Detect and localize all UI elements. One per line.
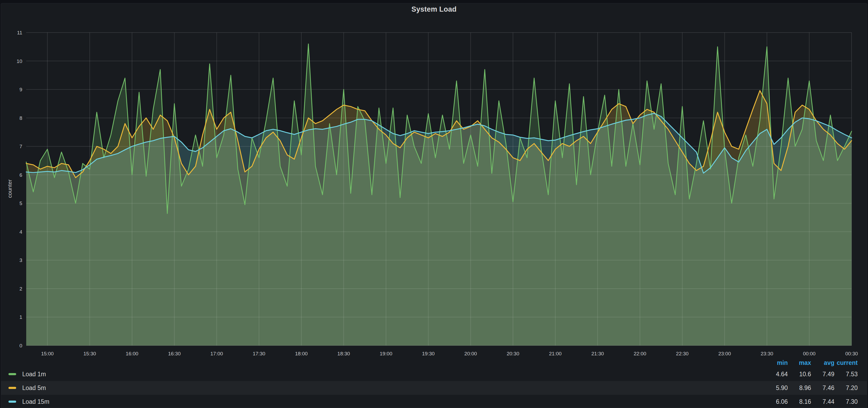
x-tick-label-00-30: 00:30: [845, 351, 858, 356]
stat-max-load-15m: 8.16: [788, 398, 811, 405]
x-tick-label-17-00: 17:00: [211, 351, 223, 356]
y-tick-label-8: 8: [19, 115, 22, 121]
stat-avg-load-5m: 7.46: [811, 384, 834, 392]
x-tick-label-21-30: 21:30: [591, 351, 604, 356]
x-tick-label-18-30: 18:30: [337, 351, 350, 356]
stat-current-load-15m: 7.30: [834, 398, 858, 405]
stat-avg-load-15m: 7.44: [811, 398, 834, 405]
chart-canvas[interactable]: 0123456789101115:0015:3016:0016:3017:001…: [1, 3, 868, 408]
page: System Load counter 0123456789101115:001…: [0, 0, 868, 408]
legend-row-left: Load 15m: [8, 398, 765, 405]
y-tick-label-6: 6: [19, 172, 22, 178]
y-tick-label-1: 1: [19, 314, 22, 320]
stat-max-load-5m: 8.96: [788, 384, 811, 392]
legend: min max avg current Load 1m 4.64 10.6 7.…: [1, 358, 867, 408]
y-tick-label-5: 5: [19, 201, 22, 206]
x-tick-label-20-00: 20:00: [464, 351, 477, 356]
y-tick-label-0: 0: [19, 343, 22, 348]
x-tick-label-17-30: 17:30: [253, 351, 265, 356]
y-tick-label-2: 2: [19, 286, 22, 292]
legend-header-max[interactable]: max: [788, 359, 811, 367]
y-tick-label-3: 3: [19, 258, 22, 263]
y-tick-label-7: 7: [19, 144, 22, 149]
panel-system-load: System Load counter 0123456789101115:001…: [1, 3, 867, 408]
x-tick-label-20-30: 20:30: [506, 351, 519, 356]
series-label-load-15m[interactable]: Load 15m: [22, 398, 49, 405]
x-tick-label-23-00: 23:00: [718, 351, 731, 356]
series-label-load-1m[interactable]: Load 1m: [22, 371, 46, 378]
x-tick-label-16-30: 16:30: [168, 351, 181, 356]
x-tick-label-16-00: 16:00: [126, 351, 138, 356]
legend-row-load-5m[interactable]: Load 5m 5.90 8.96 7.46 7.20: [1, 381, 867, 395]
y-tick-label-4: 4: [19, 229, 22, 235]
stat-current-load-1m: 7.53: [834, 371, 858, 378]
y-tick-label-11: 11: [17, 30, 22, 35]
x-tick-label-22-00: 22:00: [634, 351, 646, 356]
y-tick-label-9: 9: [19, 87, 22, 92]
legend-row-left: Load 5m: [8, 384, 765, 392]
stat-min-load-5m: 5.90: [765, 384, 788, 392]
x-tick-label-19-00: 19:00: [380, 351, 393, 356]
x-tick-label-22-30: 22:30: [676, 351, 689, 356]
x-tick-label-00-00: 00:00: [803, 351, 815, 356]
legend-row-load-15m[interactable]: Load 15m 6.06 8.16 7.44 7.30: [1, 395, 867, 408]
series-color-swatch-load-1m[interactable]: [8, 373, 16, 375]
x-tick-label-23-30: 23:30: [761, 351, 773, 356]
stat-max-load-1m: 10.6: [788, 371, 811, 378]
x-tick-label-19-30: 19:30: [422, 351, 435, 356]
x-tick-label-18-00: 18:00: [295, 351, 308, 356]
series-color-swatch-load-5m[interactable]: [8, 387, 16, 389]
stat-avg-load-1m: 7.49: [811, 371, 834, 378]
legend-header-min[interactable]: min: [765, 359, 788, 367]
stat-min-load-1m: 4.64: [765, 371, 788, 378]
legend-header-avg[interactable]: avg: [811, 359, 834, 367]
x-tick-label-21-00: 21:00: [549, 351, 562, 356]
stat-min-load-15m: 6.06: [765, 398, 788, 405]
y-tick-label-10: 10: [17, 59, 22, 64]
legend-header-row: min max avg current: [1, 358, 867, 367]
series-color-swatch-load-15m[interactable]: [8, 401, 16, 403]
legend-row-load-1m[interactable]: Load 1m 4.64 10.6 7.49 7.53: [1, 367, 867, 381]
legend-header-current[interactable]: current: [834, 359, 858, 367]
legend-row-left: Load 1m: [8, 371, 765, 378]
stat-current-load-5m: 7.20: [834, 384, 858, 392]
series-label-load-5m[interactable]: Load 5m: [22, 384, 46, 392]
x-tick-label-15-00: 15:00: [41, 351, 54, 356]
x-tick-label-15-30: 15:30: [84, 351, 96, 356]
